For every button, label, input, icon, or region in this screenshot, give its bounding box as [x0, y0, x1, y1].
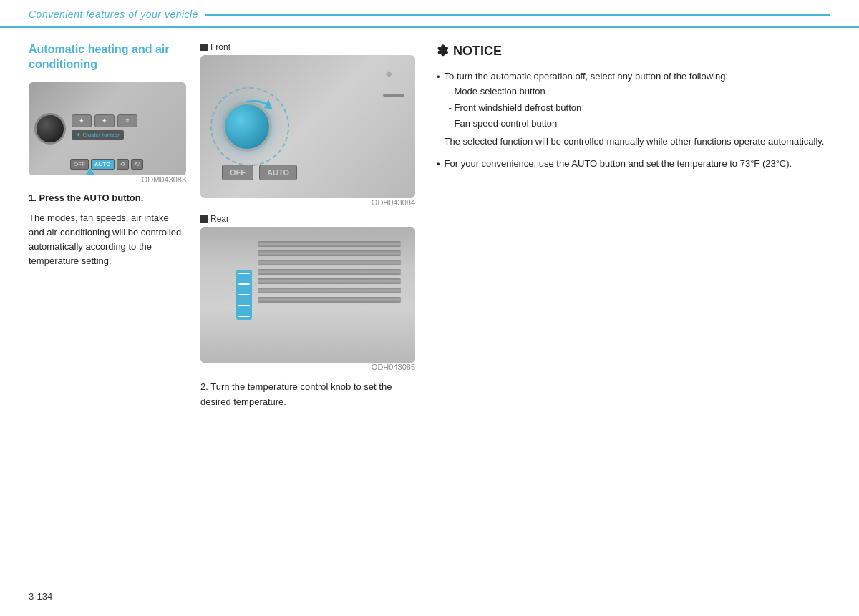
mode-button: ≡	[117, 114, 137, 127]
vent-slat-2	[258, 250, 401, 256]
vent-slat-3	[258, 260, 401, 265]
ac-top-row: ✦ ✦ ≡	[72, 114, 180, 127]
ac-buttons-area: ✦ ✦ ≡ ✦ Cluster Ionizer	[66, 114, 180, 142]
rear-slider-control	[236, 270, 252, 320]
slider-line-1	[238, 273, 250, 274]
slider-line-3	[238, 294, 250, 295]
left-column: Automatic heating and air conditioning ✦…	[29, 42, 186, 590]
notice-sub-list: - Mode selection button - Front windshie…	[445, 84, 825, 132]
ac-ac-btn: A/	[131, 159, 144, 170]
rear-label: Rear	[200, 214, 415, 224]
notice-item-2-content: For your convenience, use the AUTO butto…	[445, 157, 792, 172]
page-number: 3-134	[29, 591, 52, 602]
rear-vents	[258, 241, 401, 348]
notice-heading: ✽ NOTICE	[437, 42, 830, 59]
notice-continuation: The selected function will be controlled…	[445, 135, 825, 150]
notice-title-text: NOTICE	[453, 44, 502, 59]
slider-line-4	[238, 305, 250, 306]
bullet-2: •	[437, 157, 440, 172]
section-title: Automatic heating and air conditioning	[29, 42, 186, 72]
front-temperature-knob	[222, 102, 272, 152]
vent-slat-5	[258, 278, 401, 284]
mid-column: Front ✦ OFF AUTO ODH043084 Rear	[200, 42, 415, 590]
front-panel-image: ✦ OFF AUTO	[200, 55, 415, 198]
front-bottom-row: OFF AUTO	[222, 165, 297, 180]
rear-label-icon	[200, 215, 208, 223]
slider-line-5	[238, 316, 250, 317]
ac-mid-row: ✦ Cluster Ionizer	[72, 130, 180, 140]
step2-text: 2. Turn the temperature control knob to …	[200, 380, 415, 410]
notice-body: • To turn the automatic operation off, s…	[437, 69, 830, 172]
vent-slat-7	[258, 297, 401, 303]
front-slider-bar	[383, 94, 404, 97]
auto-arrow-indicator	[84, 168, 96, 175]
step1-label: 1. Press the AUTO button.	[29, 192, 143, 203]
notice-list: • To turn the automatic operation off, s…	[437, 69, 830, 172]
sub-item-mode: - Mode selection button	[449, 84, 825, 99]
main-content: Automatic heating and air conditioning ✦…	[0, 28, 859, 605]
notice-item-1: • To turn the automatic operation off, s…	[437, 69, 830, 150]
front-label: Front	[200, 42, 415, 52]
front-right-controls: ✦	[383, 66, 404, 97]
header-title: Convenient features of your vehicle	[29, 9, 198, 20]
front-label-icon	[200, 44, 208, 51]
rear-image-caption: ODH043085	[200, 363, 415, 371]
front-off-button: OFF	[222, 165, 253, 180]
page-header: Convenient features of your vehicle	[0, 0, 859, 28]
rear-panel-image	[200, 227, 415, 363]
vent-slat-4	[258, 269, 401, 275]
ac-extra-btn: ♻	[117, 159, 129, 170]
fan-button-2: ✦	[94, 114, 115, 127]
bullet-1: •	[437, 70, 440, 150]
notice-symbol: ✽	[437, 42, 449, 59]
right-column: ✽ NOTICE • To turn the automatic operati…	[430, 42, 830, 590]
step1-description: The modes, fan speeds, air intake and ai…	[29, 211, 186, 269]
vent-slat-6	[258, 288, 401, 293]
front-auto-button: AUTO	[259, 165, 297, 180]
fan-button-1: ✦	[72, 114, 92, 127]
cluster-label: ✦ Cluster Ionizer	[72, 130, 124, 140]
notice-item-2: • For your convenience, use the AUTO but…	[437, 157, 830, 172]
fan-icon: ✦	[383, 66, 404, 83]
slider-line-2	[238, 283, 250, 285]
left-image-caption: ODM043083	[29, 175, 186, 184]
sub-item-defrost: - Front windshield defrost button	[449, 101, 825, 116]
vent-slat-1	[258, 241, 401, 247]
ac-panel-image: ✦ ✦ ≡ ✦ Cluster Ionizer OFF AUTO ♻ A/	[29, 82, 186, 175]
step1-text: 1. Press the AUTO button. The modes, fan…	[29, 191, 186, 269]
sub-item-fan: - Fan speed control button	[449, 117, 825, 132]
ac-knob	[34, 113, 66, 145]
notice-item-1-content: To turn the automatic operation off, sel…	[445, 69, 825, 150]
header-line	[205, 14, 830, 16]
front-image-caption: ODH043084	[200, 198, 415, 207]
